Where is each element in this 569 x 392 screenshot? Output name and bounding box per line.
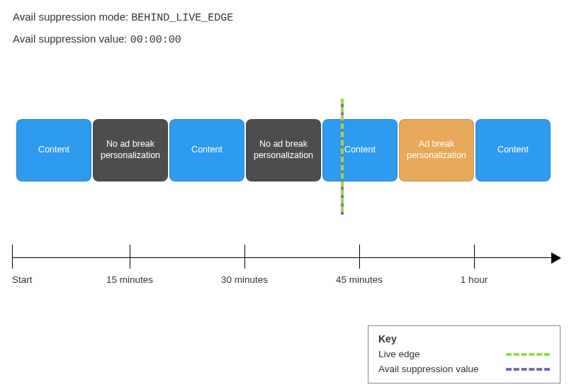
timeline: ContentNo ad break personalizationConten…: [16, 119, 553, 181]
timeline-block-label: No ad break personalization: [254, 139, 313, 161]
mode-label: Avail suppression mode:: [13, 11, 131, 23]
timeline-block-label: No ad break personalization: [101, 139, 160, 161]
timeline-block-label: Content: [38, 145, 69, 156]
timeline-block-label: Content: [344, 145, 376, 156]
legend-swatch-live-edge: [506, 353, 550, 356]
diagram-header: Avail suppression mode: BEHIND_LIVE_EDGE…: [0, 0, 569, 50]
value-value: 00:00:00: [130, 34, 181, 46]
legend-label-live-edge: Live edge: [378, 349, 420, 359]
timeline-block: No ad break personalization: [93, 119, 168, 181]
axis-tick-label: 1 hour: [461, 274, 488, 285]
value-label: Avail suppression value:: [13, 33, 130, 45]
timeline-block-label: Content: [497, 145, 529, 156]
legend-swatch-avail-value: [506, 368, 550, 371]
legend-row-live-edge: Live edge: [378, 349, 550, 359]
axis-arrow-icon: [551, 252, 561, 264]
time-axis: Start15 minutes30 minutes45 minutes1 hou…: [8, 245, 561, 287]
timeline-block: Content: [16, 119, 91, 181]
timeline-block: Content: [169, 119, 244, 181]
mode-value: BEHIND_LIVE_EDGE: [131, 12, 233, 24]
timeline-block: No ad break personalization: [246, 119, 321, 181]
legend-label-avail-value: Avail suppression value: [378, 364, 479, 374]
legend-box: Key Live edge Avail suppression value: [368, 325, 560, 383]
timeline-block: Content: [475, 119, 551, 181]
axis-tick: [130, 245, 130, 269]
timeline-block-label: Ad break personalization: [407, 139, 466, 161]
axis-line: [12, 257, 551, 258]
legend-row-avail-value: Avail suppression value: [378, 364, 550, 374]
timeline-block: Content: [322, 119, 398, 181]
axis-tick: [474, 245, 475, 269]
value-line: Avail suppression value: 00:00:00: [13, 29, 556, 51]
timeline-block-label: Content: [191, 145, 222, 156]
axis-tick-label: 30 minutes: [221, 274, 268, 285]
axis-tick: [12, 245, 13, 269]
axis-tick-label: 45 minutes: [336, 274, 383, 285]
axis-tick-label: 15 minutes: [106, 274, 153, 285]
legend-title: Key: [378, 333, 550, 345]
axis-tick: [359, 245, 360, 269]
timeline-block: Ad break personalization: [399, 119, 474, 181]
axis-tick-label: Start: [12, 274, 33, 285]
mode-line: Avail suppression mode: BEHIND_LIVE_EDGE: [13, 7, 556, 29]
axis-tick: [244, 245, 245, 269]
live-edge-marker: [341, 99, 344, 212]
